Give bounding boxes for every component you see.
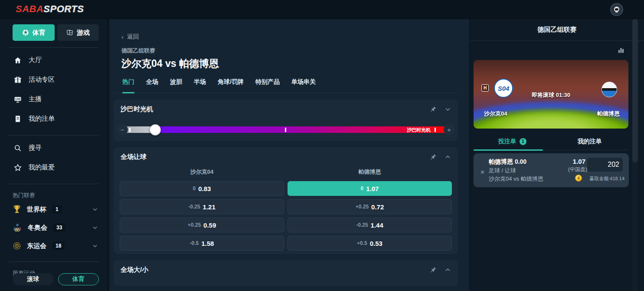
saba-sports-logo[interactable]: SABASPORTS <box>16 3 84 15</box>
odds-button-away[interactable]: +0.25 0.72 <box>288 199 452 214</box>
slider-tick <box>129 128 131 132</box>
bet-odds-format: (中国盘) <box>568 166 587 173</box>
over-under-title: 全场大/小 <box>121 266 430 274</box>
time-machine-slider: − 沙巴时光机 + <box>114 119 458 141</box>
sidebar-item-my-bets[interactable]: 我的注单 <box>0 109 108 129</box>
league-name: 冬奥会 <box>28 224 47 232</box>
pin-icon[interactable] <box>430 106 437 112</box>
sidebar-item-favorites[interactable]: 我的最爱 <box>0 158 108 177</box>
bet-slip-tab-label: 投注单 <box>498 138 517 146</box>
odds-value: 1.07 <box>366 185 379 192</box>
active-tab-underline <box>474 149 543 151</box>
sidebar-divider <box>9 47 99 48</box>
mode-live-button[interactable]: 滚球 <box>13 273 54 285</box>
sidebar-item-search[interactable]: 搜寻 <box>0 138 108 158</box>
slider-label: 沙巴时光机 <box>407 127 431 133</box>
collapse-chevron-up-icon[interactable] <box>445 154 451 160</box>
slider-minus-button[interactable]: − <box>117 124 128 135</box>
right-panel-scrollbar[interactable] <box>632 19 638 291</box>
slider-plus-button[interactable]: + <box>444 124 454 135</box>
odds-button-home[interactable]: +0.25 0.59 <box>120 218 284 232</box>
svg-text:❄: ❄ <box>16 223 19 227</box>
remove-bet-icon[interactable]: ✕ <box>480 169 485 175</box>
sidebar-item-label: 主播 <box>29 95 42 103</box>
tab-specials[interactable]: 特别产品 <box>255 78 280 93</box>
bet-event: 沙尔克04 vs 帕德博恩 <box>489 175 543 183</box>
back-button[interactable]: ‹ 返回 <box>121 33 139 41</box>
sidebar-tab-games[interactable]: 游戏 <box>57 24 99 41</box>
bar-chart-icon[interactable] <box>617 46 625 54</box>
chevron-down-icon[interactable] <box>92 243 98 249</box>
market-tabs: 热门 全场 波胆 半场 角球/罚牌 特别产品 单场串关 <box>114 78 458 93</box>
handicap-title: 全场让球 <box>121 153 430 161</box>
game-cards-icon <box>66 29 74 36</box>
away-column-header: 帕德博恩 <box>288 166 452 178</box>
tab-half-time[interactable]: 半场 <box>194 78 206 93</box>
left-sidebar: 体育 游戏 大厅 活动专区 LIVE 主播 <box>0 19 108 291</box>
my-bets-tab-label: 我的注单 <box>578 138 602 146</box>
odds-button-home[interactable]: -0.25 1.21 <box>120 199 284 214</box>
tab-my-bets[interactable]: 我的注单 <box>551 133 629 150</box>
slider-track[interactable]: 沙巴时光机 <box>125 126 447 133</box>
sidebar-league-world-cup[interactable]: 世界杯 1 <box>0 200 108 218</box>
odds-value: 0.72 <box>371 203 384 211</box>
sidebar-league-east-asian-games[interactable]: 东运会 18 <box>0 237 108 255</box>
world-cup-trophy-icon <box>13 205 21 214</box>
mode-toggle: 滚球 体育 <box>13 273 99 285</box>
coin-icon: $ <box>575 175 582 182</box>
user-avatar[interactable] <box>610 3 623 16</box>
logo-sports: SPORTS <box>43 3 84 14</box>
odds-button-away[interactable]: -0.25 1.44 <box>288 218 452 232</box>
bet-selection: 帕德博恩 0.00 <box>489 158 526 166</box>
chevron-down-icon[interactable] <box>92 225 98 231</box>
odds-value: 1.44 <box>371 222 383 229</box>
sidebar-tab-games-label: 游戏 <box>77 29 90 37</box>
odds-button-home[interactable]: -0.5 1.58 <box>120 236 284 251</box>
collapse-chevron-up-icon[interactable] <box>445 267 451 273</box>
tab-full-time[interactable]: 全场 <box>146 78 158 93</box>
odds-value: 1.58 <box>201 240 214 247</box>
chevron-down-icon[interactable] <box>92 206 98 212</box>
home-column-header: 沙尔克04 <box>120 166 284 178</box>
odds-value: 0.59 <box>203 222 216 229</box>
tab-correct-score[interactable]: 波胆 <box>170 78 182 93</box>
odds-button-away[interactable]: +0.5 0.53 <box>288 236 452 251</box>
back-label: 返回 <box>127 33 139 41</box>
pin-icon[interactable] <box>430 266 437 273</box>
live-stream-icon: LIVE <box>13 95 22 104</box>
sidebar-item-streamer[interactable]: LIVE 主播 <box>0 89 108 109</box>
league-count-badge: 33 <box>53 223 65 232</box>
handicap-value: -0.25 <box>188 204 200 210</box>
scrollbar-thumb[interactable] <box>632 19 638 162</box>
handicap-odds-grid: 沙尔克04 帕德博恩 0 0.83 0 1.07 -0.25 1.21 +0.2… <box>114 166 458 254</box>
collapse-chevron-down-icon[interactable] <box>445 106 451 112</box>
tab-corners-cards[interactable]: 角球/罚牌 <box>218 78 244 93</box>
tab-single-parlay[interactable]: 单场串关 <box>291 78 316 93</box>
slider-knob[interactable] <box>150 124 161 136</box>
main-content: ‹ 返回 德国乙组联赛 沙尔克04 vs 帕德博恩 热门 全场 波胆 半场 角球… <box>109 19 469 291</box>
time-machine-title: 沙巴时光机 <box>121 105 430 113</box>
match-status: 即将滚球 01:30 <box>474 91 628 99</box>
tab-hot[interactable]: 热门 <box>122 78 134 93</box>
odds-button-away-selected[interactable]: 0 1.07 <box>288 181 452 196</box>
odds-value: 0.83 <box>198 185 211 192</box>
stake-input[interactable] <box>587 158 623 172</box>
east-asian-games-icon <box>13 241 21 250</box>
match-preview-card[interactable]: H S04 07 即将滚球 01:30 沙尔克04 帕德博恩 <box>474 60 628 129</box>
sidebar-item-label: 我的注单 <box>29 115 55 123</box>
handicap-value: +0.5 <box>357 240 367 246</box>
tab-bet-slip[interactable]: 投注单 1 <box>474 133 551 150</box>
sidebar-item-label: 搜寻 <box>29 144 42 152</box>
pin-icon[interactable] <box>430 153 437 160</box>
league-name: 世界杯 <box>27 205 46 214</box>
sidebar-item-label: 大厅 <box>29 56 42 64</box>
sidebar-item-promotions[interactable]: 活动专区 <box>0 70 108 89</box>
league-count-badge: 18 <box>52 241 65 250</box>
odds-button-home[interactable]: 0 0.83 <box>120 181 284 196</box>
sidebar-item-lobby[interactable]: 大厅 <box>0 50 108 70</box>
sidebar-item-label: 我的最爱 <box>29 163 55 172</box>
sidebar-league-winter-olympics[interactable]: ❄ 冬奥会 33 <box>0 218 108 237</box>
league-name: 东运会 <box>27 242 46 250</box>
sidebar-tab-sports[interactable]: 体育 <box>13 24 55 41</box>
mode-sports-button[interactable]: 体育 <box>58 273 99 285</box>
